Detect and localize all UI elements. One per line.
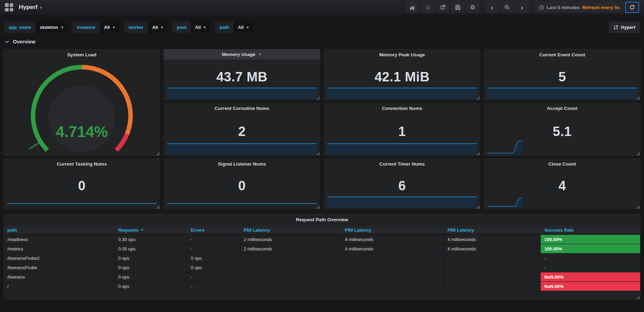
table-cell: /metrics bbox=[3, 244, 114, 253]
chevron-down-icon: ▾ bbox=[247, 25, 249, 29]
column-header-path[interactable]: path bbox=[3, 227, 114, 233]
settings-button[interactable]: ⚙ bbox=[466, 2, 479, 13]
column-header-errors[interactable]: Errors bbox=[187, 227, 240, 233]
panel-title[interactable]: Close Count bbox=[484, 158, 641, 167]
chevron-down-icon: ▾ bbox=[204, 25, 206, 29]
table-cell: 0 ops bbox=[114, 263, 187, 272]
table-cell: 0 ops bbox=[114, 282, 187, 291]
chevron-down-icon bbox=[5, 40, 9, 43]
panel-title[interactable]: Memory Peak Usage bbox=[324, 49, 480, 57]
panel-title[interactable]: Connection Nums bbox=[324, 103, 480, 111]
save-button[interactable] bbox=[451, 2, 464, 13]
panel-memory-usage: Memory Usage▼43.7 MB bbox=[164, 49, 320, 101]
table-cell: 0.30 ops bbox=[114, 235, 187, 244]
table-cell: 0.05 ops bbox=[114, 244, 187, 253]
success-rate-cell: - bbox=[541, 254, 641, 263]
dashboard-link-hyperf[interactable]: Hyperf bbox=[609, 22, 640, 33]
table-cell bbox=[443, 272, 540, 281]
table-cell bbox=[341, 263, 444, 272]
stat-value: 43.7 MB bbox=[164, 69, 320, 84]
variable-value-dropdown[interactable]: All▾ bbox=[100, 22, 119, 33]
variable-label: worker bbox=[124, 22, 148, 33]
gear-icon: ⚙ bbox=[470, 4, 475, 11]
star-button[interactable]: ☆ bbox=[421, 2, 434, 13]
panel-title[interactable]: System Load bbox=[3, 49, 160, 57]
stat-value: 42.1 MiB bbox=[324, 69, 480, 84]
variable-worker: workerAll▾ bbox=[124, 22, 167, 33]
sparkline-rising bbox=[487, 192, 522, 208]
table-cell: / bbox=[3, 282, 114, 291]
variable-pool: poolAll▾ bbox=[172, 22, 210, 33]
table-cell bbox=[443, 282, 540, 291]
table-row: /0 ops-NaN.00% bbox=[3, 282, 641, 291]
chevron-down-icon: ▾ bbox=[113, 25, 115, 29]
success-rate-cell: - bbox=[541, 263, 641, 272]
sparkline-area bbox=[327, 88, 477, 99]
table-cell bbox=[240, 263, 341, 272]
column-header-requests[interactable]: Requests▼ bbox=[114, 227, 187, 233]
table-cell: 2 milliseconds bbox=[240, 244, 341, 253]
zoom-out-button[interactable] bbox=[500, 2, 514, 13]
add-panel-button[interactable] bbox=[406, 2, 419, 13]
star-icon: ☆ bbox=[425, 4, 430, 11]
stat-value: 2 bbox=[164, 124, 320, 139]
panel-title[interactable]: Current Timer Nums bbox=[324, 158, 480, 167]
table-row: /metrics0.05 ops-2 milliseconds4 millise… bbox=[3, 244, 641, 254]
column-header-p50-latency[interactable]: P50 Latency bbox=[240, 227, 341, 233]
panel-header-menu[interactable]: Memory Usage▼ bbox=[164, 49, 320, 59]
dashboard-title[interactable]: Hyperf▾ bbox=[19, 4, 42, 11]
chevron-down-icon: ▾ bbox=[161, 25, 163, 29]
refresh-button[interactable] bbox=[625, 2, 639, 13]
table-row: /readiness0.30 ops-2 milliseconds4 milli… bbox=[3, 235, 641, 244]
column-header-success-rate[interactable]: Success Rate bbox=[541, 227, 641, 233]
success-rate-cell: 100.00% bbox=[541, 235, 641, 244]
chevron-down-icon: ▼ bbox=[259, 53, 262, 56]
variable-label: pool bbox=[172, 22, 191, 33]
panel-title[interactable]: Current Tasking Nums bbox=[3, 158, 160, 167]
panel-request-path-overview: Request Path Overview pathRequests▼Error… bbox=[3, 214, 641, 300]
table-row: /livenessProbe20 ops0 ops- bbox=[3, 254, 641, 263]
apps-grid-logo-icon[interactable] bbox=[5, 3, 13, 11]
refresh-interval-label: Refresh every 5s bbox=[582, 5, 620, 10]
table-cell: 0 ops bbox=[114, 272, 187, 281]
time-back-button[interactable]: ‹ bbox=[485, 2, 499, 13]
table-cell: - bbox=[187, 244, 240, 253]
variable-value-dropdown[interactable]: All▾ bbox=[148, 22, 167, 33]
variable-value-dropdown[interactable]: skeleton▾ bbox=[36, 22, 67, 33]
table-cell bbox=[240, 254, 341, 263]
panel-title[interactable]: Signal Listener Nums bbox=[164, 158, 320, 167]
success-rate-cell: 100.00% bbox=[541, 244, 641, 253]
column-header-p90-latency[interactable]: P90 Latency bbox=[341, 227, 444, 233]
sparkline-area bbox=[167, 88, 317, 99]
table-row: /livenessProbe0 ops0 ops- bbox=[3, 263, 641, 272]
chevron-down-icon: ▾ bbox=[40, 6, 42, 10]
panel-current-event-count: Current Event Count5 bbox=[484, 49, 641, 101]
variable-value-dropdown[interactable]: All▾ bbox=[234, 22, 253, 33]
table-title[interactable]: Request Path Overview bbox=[3, 214, 641, 222]
stat-value: 5 bbox=[484, 69, 641, 84]
add-panel-icon bbox=[410, 5, 416, 10]
table-cell: 4 milliseconds bbox=[341, 235, 444, 244]
clock-icon bbox=[539, 5, 544, 10]
panel-signal-listener-nums: Signal Listener Nums0 bbox=[164, 158, 320, 209]
column-header-p99-latency[interactable]: P99 Latency bbox=[443, 227, 540, 233]
variable-value-dropdown[interactable]: All▾ bbox=[191, 22, 210, 33]
panel-system-load: System Load 4.714% bbox=[3, 49, 160, 156]
panel-connection-nums: Connection Nums1 bbox=[324, 103, 480, 156]
panel-title: Memory Usage bbox=[222, 52, 256, 57]
table-cell: 4 milliseconds bbox=[443, 235, 540, 244]
table-cell: /readiness bbox=[3, 235, 114, 244]
time-range-picker[interactable]: Last 5 minutes Refresh every 5s bbox=[535, 2, 624, 13]
panel-current-coroutine-nums: Current Coroutine Nums2 bbox=[164, 103, 320, 156]
sparkline-flat bbox=[7, 203, 157, 204]
table-header-row: pathRequests▼ErrorsP50 LatencyP90 Latenc… bbox=[3, 226, 641, 235]
stat-value: 4 bbox=[484, 178, 641, 193]
table-cell: /liveness bbox=[3, 272, 114, 281]
share-button[interactable] bbox=[436, 2, 449, 13]
panel-title[interactable]: Current Event Count bbox=[484, 49, 641, 57]
panel-title[interactable]: Current Coroutine Nums bbox=[164, 103, 320, 111]
section-overview-toggle[interactable]: Overview bbox=[0, 33, 644, 49]
time-forward-button[interactable]: › bbox=[515, 2, 529, 13]
table-cell bbox=[240, 282, 341, 291]
panel-title[interactable]: Accept Count bbox=[484, 103, 641, 111]
